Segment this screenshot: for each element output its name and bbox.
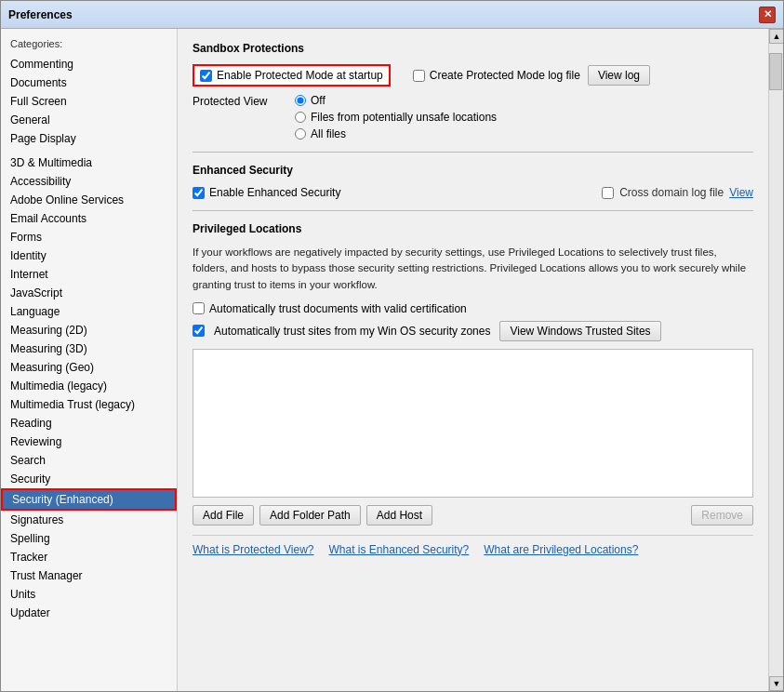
radio-off-label[interactable]: Off	[295, 94, 497, 107]
auto-trust-cert-label[interactable]: Automatically trust documents with valid…	[209, 302, 467, 315]
sidebar-item-search[interactable]: Search	[1, 451, 177, 470]
sidebar-item-3dmultimedia[interactable]: 3D & Multimedia	[1, 153, 177, 172]
create-log-checkbox[interactable]	[413, 70, 425, 82]
footer-links: What is Protected View? What is Enhanced…	[193, 535, 753, 556]
sidebar-item-reading[interactable]: Reading	[1, 414, 177, 432]
add-folder-button[interactable]: Add Folder Path	[259, 505, 361, 526]
divider2	[193, 210, 753, 211]
sidebar-item-measuring3d[interactable]: Measuring (3D)	[1, 339, 177, 358]
divider1	[193, 152, 753, 153]
protected-mode-box: Enable Protected Mode at startup	[193, 64, 391, 86]
sidebar-item-adobeonline[interactable]: Adobe Online Services	[1, 191, 177, 209]
sidebar-item-multimedialegacy[interactable]: Multimedia (legacy)	[1, 377, 177, 395]
auto-trust-cert-row: Automatically trust documents with valid…	[193, 302, 753, 315]
radio-allfiles[interactable]	[295, 128, 306, 140]
sidebar-item-reviewing[interactable]: Reviewing	[1, 432, 177, 451]
sidebar-item-spelling[interactable]: Spelling	[1, 529, 177, 548]
view-link[interactable]: View	[729, 186, 753, 199]
sidebar-item-signatures[interactable]: Signatures	[1, 511, 177, 529]
title-bar: Preferences ✕	[1, 1, 783, 29]
privileged-locations-link[interactable]: What are Privileged Locations?	[484, 543, 638, 556]
auto-trust-sites-row: Automatically trust sites from my Win OS…	[193, 321, 753, 341]
add-file-button[interactable]: Add File	[193, 505, 254, 526]
sidebar-item-securityenhanced[interactable]: Security (Enhanced)	[1, 488, 177, 511]
create-log-label[interactable]: Create Protected Mode log file	[413, 69, 580, 82]
sidebar-item-documents[interactable]: Documents	[1, 73, 177, 92]
privileged-title: Privileged Locations	[193, 222, 753, 235]
main-panel: Sandbox Protections Enable Protected Mod…	[178, 29, 768, 691]
sidebar-item-fullscreen[interactable]: Full Screen	[1, 92, 177, 111]
categories-label: Categories:	[1, 36, 177, 55]
protected-view-section: Protected View Off Files from potentiall…	[193, 94, 753, 140]
scroll-thumb[interactable]	[769, 53, 782, 90]
sandbox-title: Sandbox Protections	[193, 42, 753, 55]
protected-mode-row: Enable Protected Mode at startup Create …	[193, 64, 753, 86]
view-windows-trusted-button[interactable]: View Windows Trusted Sites	[499, 321, 660, 341]
sidebar-item-trustmanager[interactable]: Trust Manager	[1, 566, 177, 585]
radio-unsafe[interactable]	[295, 112, 306, 123]
auto-trust-sites-label[interactable]: Automatically trust sites from my Win OS…	[214, 325, 490, 338]
enhanced-security-row: Enable Enhanced Security Cross domain lo…	[193, 186, 753, 199]
sidebar-item-security[interactable]: Security	[1, 470, 177, 488]
sidebar-item-general[interactable]: General	[1, 111, 177, 129]
sidebar-item-measuring2d[interactable]: Measuring (2D)	[1, 321, 177, 339]
sidebar-item-units[interactable]: Units	[1, 585, 177, 604]
sidebar-item-accessibility[interactable]: Accessibility	[1, 172, 177, 191]
enhanced-security-title: Enhanced Security	[193, 164, 753, 177]
cross-domain-label[interactable]: Cross domain log file	[619, 186, 724, 199]
enable-enhanced-checkbox[interactable]	[193, 187, 205, 199]
sidebar-item-updater[interactable]: Updater	[1, 604, 177, 622]
sidebar-item-tracker[interactable]: Tracker	[1, 548, 177, 566]
main-content: Categories: Commenting Documents Full Sc…	[1, 29, 783, 691]
sidebar-item-measuringgeo[interactable]: Measuring (Geo)	[1, 358, 177, 377]
pv-options: Off Files from potentially unsafe locati…	[295, 94, 497, 140]
close-button[interactable]: ✕	[759, 7, 776, 23]
protected-mode-label[interactable]: Enable Protected Mode at startup	[217, 69, 383, 82]
scroll-up-button[interactable]: ▲	[769, 29, 783, 44]
cross-domain-checkbox[interactable]	[602, 187, 614, 199]
enhanced-security-link[interactable]: What is Enhanced Security?	[329, 543, 470, 556]
remove-button[interactable]: Remove	[691, 505, 753, 526]
radio-allfiles-label[interactable]: All files	[295, 127, 497, 140]
sidebar-item-pagedisplay[interactable]: Page Display	[1, 129, 177, 148]
view-log-button[interactable]: View log	[588, 65, 650, 86]
bottom-buttons: Add File Add Folder Path Add Host Remove	[193, 505, 753, 526]
protected-mode-checkbox[interactable]	[200, 70, 212, 82]
sidebar-item-javascript[interactable]: JavaScript	[1, 284, 177, 302]
auto-trust-sites-checkbox[interactable]	[193, 325, 205, 337]
sidebar: Categories: Commenting Documents Full Sc…	[1, 29, 178, 691]
privileged-desc: If your workflows are negatively impacte…	[193, 245, 753, 293]
sidebar-item-language[interactable]: Language	[1, 302, 177, 321]
radio-off[interactable]	[295, 95, 306, 106]
scroll-down-button[interactable]: ▼	[769, 676, 783, 691]
add-host-button[interactable]: Add Host	[366, 505, 432, 526]
sidebar-item-forms[interactable]: Forms	[1, 228, 177, 246]
window-title: Preferences	[8, 8, 73, 21]
protected-view-label: Protected View	[193, 94, 295, 108]
sidebar-item-identity[interactable]: Identity	[1, 246, 177, 265]
sidebar-item-commenting[interactable]: Commenting	[1, 55, 177, 73]
file-list-area	[193, 349, 753, 498]
auto-trust-cert-checkbox[interactable]	[193, 302, 205, 314]
sidebar-item-emailaccounts[interactable]: Email Accounts	[1, 209, 177, 228]
es-right: Cross domain log file View	[602, 186, 753, 199]
preferences-window: Preferences ✕ Categories: Commenting Doc…	[0, 0, 784, 692]
es-left: Enable Enhanced Security	[193, 186, 340, 199]
radio-unsafe-label[interactable]: Files from potentially unsafe locations	[295, 111, 497, 124]
sidebar-item-internet[interactable]: Internet	[1, 265, 177, 284]
sidebar-item-multimediatrustlegacy[interactable]: Multimedia Trust (legacy)	[1, 395, 177, 414]
enable-enhanced-label[interactable]: Enable Enhanced Security	[209, 186, 340, 199]
scroll-track	[769, 44, 783, 676]
protected-view-link[interactable]: What is Protected View?	[193, 543, 314, 556]
scrollbar: ▲ ▼	[768, 29, 783, 691]
